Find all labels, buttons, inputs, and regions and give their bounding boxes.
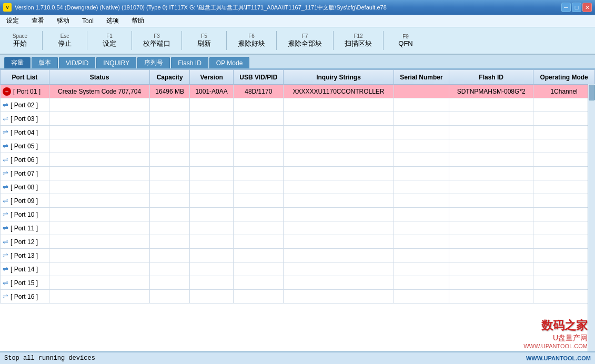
maximize-button[interactable]: □ (572, 3, 581, 12)
cell-inquiry (284, 221, 394, 235)
port-label: [ Port 11 ] (11, 225, 38, 232)
cell-inquiry (284, 167, 394, 180)
title-controls[interactable]: ─ □ ✕ (561, 3, 592, 12)
scrollbar-thumb[interactable] (589, 85, 595, 100)
cell-vid-pid (234, 194, 284, 208)
cell-port: ⇌[ Port 15 ] (1, 276, 49, 290)
port-label: [ Port 01 ] (13, 88, 41, 95)
col-header-status: Status (49, 70, 149, 85)
cell-vid-pid (234, 290, 284, 304)
cell-vid-pid (234, 126, 284, 139)
cell-flash-id (449, 208, 533, 221)
toolbar-divider-2 (87, 31, 87, 50)
cell-op-mode (533, 221, 595, 235)
port-label: [ Port 05 ] (11, 143, 38, 150)
table-row[interactable]: ⇌[ Port 15 ] (1, 276, 595, 290)
cell-status (49, 167, 149, 180)
usb-icon: ⇌ (3, 101, 8, 109)
cell-inquiry (284, 276, 394, 290)
table-row[interactable]: ⇌[ Port 11 ] (1, 221, 595, 235)
tab-op-mode[interactable]: OP Mode (209, 57, 249, 68)
toolbar-refresh[interactable]: F5 刷新 (188, 31, 220, 51)
tab-inquiry[interactable]: INQUIRY (96, 57, 136, 68)
usb-icon: ⇌ (3, 156, 8, 164)
menu-bar: 设定 查看 驱动 Tool 选项 帮助 (0, 15, 595, 27)
menu-item-driver[interactable]: 驱动 (55, 15, 72, 26)
cell-version (190, 290, 234, 304)
cell-inquiry (284, 112, 394, 126)
title-bar-left: V Version 1.710.0.54 (Downgrade) (Native… (3, 3, 387, 12)
port-label: [ Port 02 ] (11, 102, 38, 109)
toolbar-enum-ports[interactable]: F3 枚举端口 (138, 31, 175, 51)
cell-op-mode (533, 180, 595, 194)
cell-flash-id (449, 221, 533, 235)
toolbar-key-scan: F12 (354, 33, 362, 39)
tab-flash-id[interactable]: Flash ID (171, 57, 208, 68)
cell-status (49, 276, 149, 290)
cell-version (190, 262, 234, 276)
toolbar-scan[interactable]: F12 扫描区块 (340, 31, 377, 51)
cell-version (190, 139, 234, 153)
table-row[interactable]: ⇌[ Port 05 ] (1, 139, 595, 153)
cell-port: ⇌[ Port 09 ] (1, 194, 49, 208)
minimize-button[interactable]: ─ (561, 3, 571, 12)
cell-version (190, 180, 234, 194)
cell-inquiry (284, 208, 394, 221)
col-header-flash-id: Flash ID (449, 70, 533, 85)
usb-icon: ⇌ (3, 115, 8, 123)
toolbar-start[interactable]: Space 开始 (4, 31, 36, 51)
table-row[interactable]: ⇌[ Port 07 ] (1, 167, 595, 180)
cell-capacity (150, 221, 190, 235)
cell-port: ⇌[ Port 05 ] (1, 139, 49, 153)
cell-inquiry (284, 262, 394, 276)
tab-serial[interactable]: 序列号 (137, 57, 170, 68)
table-row[interactable]: ⇌[ Port 06 ] (1, 153, 595, 167)
toolbar-erase-all[interactable]: F7 擦除全部块 (283, 31, 327, 51)
table-scroll[interactable]: Port List Status Capacity Version USB VI… (0, 69, 595, 351)
cell-inquiry (284, 290, 394, 304)
toolbar: Space 开始 Esc 停止 F1 设定 F3 枚举端口 F5 刷新 F6 擦… (0, 27, 595, 55)
menu-item-options[interactable]: 选项 (104, 15, 121, 26)
cell-status (49, 194, 149, 208)
cell-version (190, 221, 234, 235)
scrollbar-track[interactable] (588, 84, 595, 351)
table-row[interactable]: ⇌[ Port 02 ] (1, 98, 595, 112)
tab-version[interactable]: 版本 (32, 57, 58, 68)
toolbar-settings[interactable]: F1 设定 (94, 31, 125, 51)
app-icon: V (3, 3, 12, 12)
table-row[interactable]: ⇌[ Port 13 ] (1, 249, 595, 262)
toolbar-erase-good[interactable]: F6 擦除好块 (233, 31, 270, 51)
cell-status (49, 98, 149, 112)
cell-flash-id (449, 153, 533, 167)
table-row[interactable]: ⇌[ Port 03 ] (1, 112, 595, 126)
cell-version (190, 126, 234, 139)
usb-icon: ⇌ (3, 197, 8, 205)
menu-item-tool[interactable]: Tool (80, 16, 96, 26)
table-row[interactable]: ⇌[ Port 08 ] (1, 180, 595, 194)
close-button[interactable]: ✕ (582, 3, 592, 12)
menu-item-settings[interactable]: 设定 (4, 15, 21, 26)
toolbar-stop[interactable]: Esc 停止 (49, 31, 80, 51)
usb-icon: ⇌ (3, 251, 8, 259)
table-row[interactable]: ⇌[ Port 12 ] (1, 235, 595, 249)
port-label: [ Port 09 ] (11, 197, 38, 205)
tab-vid-pid[interactable]: VID/PID (59, 57, 95, 68)
cell-inquiry: XXXXXXU1170CCONTROLLER (284, 85, 394, 98)
tab-capacity[interactable]: 容量 (4, 57, 31, 68)
cell-capacity (150, 235, 190, 249)
cell-capacity (150, 249, 190, 262)
cell-serial (394, 139, 449, 153)
menu-item-help[interactable]: 帮助 (129, 15, 146, 26)
toolbar-divider-7 (333, 31, 334, 50)
table-row[interactable]: ⇌[ Port 09 ] (1, 194, 595, 208)
cell-serial (394, 85, 449, 98)
table-row[interactable]: –[ Port 01 ]Create System Code 707,70416… (1, 85, 595, 98)
menu-item-view[interactable]: 查看 (29, 15, 46, 26)
table-row[interactable]: ⇌[ Port 16 ] (1, 290, 595, 304)
table-row[interactable]: ⇌[ Port 10 ] (1, 208, 595, 221)
table-row[interactable]: ⇌[ Port 14 ] (1, 262, 595, 276)
table-row[interactable]: ⇌[ Port 04 ] (1, 126, 595, 139)
cell-op-mode (533, 276, 595, 290)
toolbar-label-settings: 设定 (103, 39, 116, 48)
toolbar-qfn[interactable]: F9 QFN (390, 31, 421, 50)
